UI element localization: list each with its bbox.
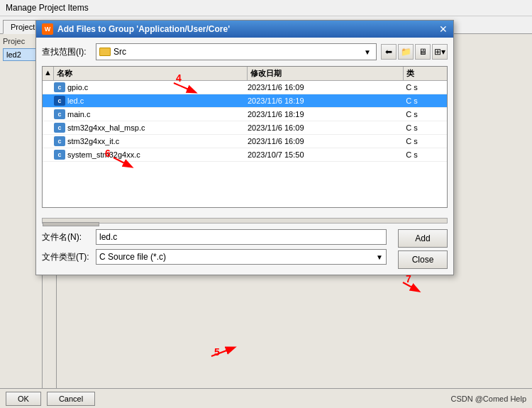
bottom-buttons: OK Cancel [6, 392, 95, 406]
file-type-cell: C s [403, 109, 447, 120]
file-type-cell: C s [403, 82, 447, 93]
modal-footer: 文件名(N): 文件类型(T): C Source file (*.c) ▼ A… [42, 229, 448, 269]
modal-title-left: W Add Files to Group 'Application/User/C… [42, 23, 230, 35]
nav-up-icon[interactable]: 📁 [398, 44, 414, 60]
modal-footer-inputs: 文件名(N): 文件类型(T): C Source file (*.c) ▼ [42, 229, 387, 269]
filename-row: 文件名(N): [42, 229, 387, 245]
file-name-cell: c led.c [54, 94, 245, 107]
filename-label: 文件名(N): [42, 231, 92, 243]
bottom-bar: OK Cancel CSDN @Comed Help [0, 388, 532, 408]
ok-button[interactable]: OK [6, 392, 41, 406]
close-button[interactable]: Close [398, 250, 448, 269]
file-row[interactable]: c stm32g4xx_it.c 2023/11/6 16:09 C s [43, 135, 447, 148]
col-date-header: 修改日期 [248, 67, 404, 80]
filename-text: stm32g4xx_hal_msp.c [67, 123, 145, 132]
add-button[interactable]: Add [398, 229, 448, 248]
modal-app-icon: W [42, 23, 53, 35]
nav-folder-icon[interactable]: 🖥 [415, 44, 431, 60]
c-file-icon: c [54, 109, 65, 119]
search-range-value: Src [113, 47, 362, 57]
col-type-header: 类 [404, 67, 447, 80]
file-type-cell: C s [403, 149, 447, 160]
file-type-cell: C s [403, 122, 447, 133]
nav-view-icon[interactable]: ⊞▾ [432, 44, 448, 60]
c-file-icon: c [54, 96, 65, 106]
file-row[interactable]: c stm32g4xx_hal_msp.c 2023/11/6 16:09 C … [43, 121, 447, 135]
file-type-cell: C s [403, 136, 447, 147]
sort-up-icon[interactable]: ▲ [43, 67, 54, 80]
filetype-dropdown-icon[interactable]: ▼ [376, 253, 383, 261]
filetype-row: 文件类型(T): C Source file (*.c) ▼ [42, 249, 387, 265]
left-panel-label: Projec [3, 37, 39, 45]
search-range-label: 查找范围(I): [42, 46, 92, 58]
file-date-cell: 2023/11/6 16:09 [245, 136, 403, 147]
search-range-combo[interactable]: Src ▼ [96, 43, 377, 60]
file-date-cell: 2023/11/6 16:09 [245, 122, 403, 133]
top-bar: Manage Project Items [0, 0, 532, 16]
file-name-cell: c gpio.c [54, 81, 245, 94]
file-name-cell: c main.c [54, 108, 245, 121]
file-row-selected[interactable]: c led.c 2023/11/6 18:19 C s [43, 94, 447, 108]
file-list[interactable]: ▲ 名称 修改日期 类 c gpio.c 2023/11/6 16:09 C s [42, 66, 448, 208]
c-file-icon: c [54, 136, 65, 146]
filename-text: system_stm32g4xx.c [67, 150, 140, 159]
file-date-cell: 2023/11/6 16:09 [245, 82, 403, 93]
app-title: Manage Project Items [6, 3, 89, 13]
file-date-cell: 2023/11/6 18:19 [245, 109, 403, 120]
filetype-value: C Source file (*.c) [99, 252, 376, 262]
file-list-header: ▲ 名称 修改日期 类 [43, 67, 447, 81]
filename-text: stm32g4xx_it.c [67, 137, 119, 145]
c-file-icon: c [54, 150, 65, 160]
file-name-cell: c stm32g4xx_hal_msp.c [54, 121, 245, 134]
close-icon[interactable]: ✕ [439, 24, 448, 34]
horizontal-scrollbar[interactable] [42, 218, 448, 224]
left-panel-item[interactable]: led2 [3, 48, 39, 61]
file-date-cell: 2023/10/7 15:50 [245, 149, 403, 160]
modal-title: Add Files to Group 'Application/User/Cor… [57, 24, 230, 34]
filename-text: gpio.c [67, 83, 88, 92]
file-name-cell: c system_stm32g4xx.c [54, 148, 245, 161]
col-name-header: 名称 [54, 67, 248, 80]
file-list-section: ▲ 名称 修改日期 类 c gpio.c 2023/11/6 16:09 C s [42, 66, 448, 214]
file-name-cell: c stm32g4xx_it.c [54, 135, 245, 148]
cancel-button[interactable]: Cancel [47, 392, 95, 406]
filename-text: main.c [67, 110, 90, 118]
modal-body: 查找范围(I): Src ▼ ⬅ 📁 🖥 ⊞▾ ▲ 名称 修改日期 [36, 38, 453, 275]
modal-titlebar: W Add Files to Group 'Application/User/C… [36, 21, 453, 38]
file-row[interactable]: c main.c 2023/11/6 18:19 C s [43, 108, 447, 121]
file-row[interactable]: c system_stm32g4xx.c 2023/10/7 15:50 C s [43, 148, 447, 162]
folder-icon [99, 48, 111, 56]
file-row[interactable]: c gpio.c 2023/11/6 16:09 C s [43, 81, 447, 94]
modal-footer-btns: Add Close [398, 229, 448, 269]
search-range-row: 查找范围(I): Src ▼ ⬅ 📁 🖥 ⊞▾ [42, 43, 448, 60]
c-file-icon: c [54, 82, 65, 92]
nav-back-icon[interactable]: ⬅ [381, 44, 397, 60]
c-file-icon: c [54, 123, 65, 133]
toolbar-icons: ⬅ 📁 🖥 ⊞▾ [381, 44, 448, 60]
file-date-cell: 2023/11/6 18:19 [245, 95, 403, 106]
filetype-label: 文件类型(T): [42, 251, 92, 263]
modal-dialog: W Add Files to Group 'Application/User/C… [35, 20, 454, 275]
file-type-cell: C s [403, 95, 447, 106]
filename-text: led.c [67, 97, 84, 105]
filename-input[interactable] [96, 229, 387, 245]
credit-text: CSDN @Comed Help [450, 395, 526, 403]
filetype-combo[interactable]: C Source file (*.c) ▼ [96, 249, 387, 265]
combo-dropdown-icon[interactable]: ▼ [362, 48, 373, 56]
